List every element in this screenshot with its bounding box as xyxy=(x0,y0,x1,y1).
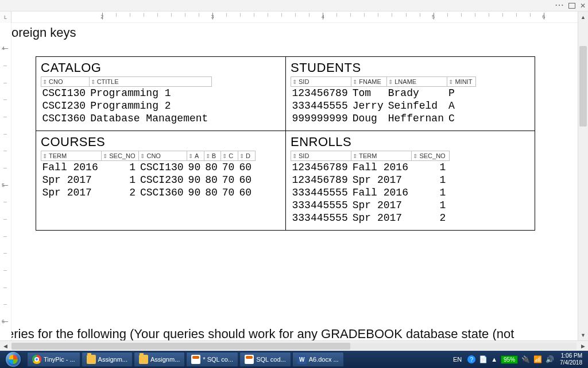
cell: CSCI130 xyxy=(139,161,187,174)
cell: 333445555 xyxy=(291,99,351,112)
col-header[interactable]: ⇕A xyxy=(187,151,204,161)
cell: Spr 2017 xyxy=(351,174,412,186)
language-indicator[interactable]: EN xyxy=(451,355,464,364)
cell: 80 xyxy=(204,174,221,186)
network-icon[interactable]: 📶 xyxy=(533,355,542,363)
table-title-students: STUDENTS xyxy=(291,60,530,75)
horizontal-scrollbar[interactable]: ◀ ▶ xyxy=(0,340,588,351)
cell: A xyxy=(447,99,476,112)
cell: Tom xyxy=(351,87,387,100)
table-title-catalog: CATALOG xyxy=(41,60,281,75)
cell: CSCI230 xyxy=(41,99,90,112)
taskbar-item-label: Assignm... xyxy=(98,356,127,363)
table-title-enrolls: ENROLLS xyxy=(291,135,530,150)
vscroll-thumb[interactable] xyxy=(579,46,587,126)
help-icon[interactable]: ? xyxy=(467,355,475,363)
cell-students: STUDENTS ⇕SID⇕FNAME⇕LNAME⇕MINIT123456789… xyxy=(285,57,535,131)
taskbar-item[interactable]: WA6.docx ... xyxy=(292,352,344,367)
cell: 90 xyxy=(187,174,204,186)
cell: 1 xyxy=(412,186,449,199)
table-row: CSCI130Programming 1 xyxy=(41,87,212,100)
vertical-scrollbar[interactable]: ▼ xyxy=(578,23,588,340)
cell: Spr 2017 xyxy=(41,174,102,186)
cell: Spr 2017 xyxy=(351,212,412,224)
cell: 60 xyxy=(238,161,255,174)
cell: Brady xyxy=(387,87,447,100)
power-icon[interactable]: 🔌 xyxy=(521,355,530,363)
cell: 2 xyxy=(412,212,449,224)
col-header[interactable]: ⇕CNO xyxy=(41,77,90,87)
system-tray: EN ? 📄 ▲ 95% 🔌 📶 🔊 1:06 PM 7/4/2018 xyxy=(447,351,588,368)
col-header[interactable]: ⇕MINIT xyxy=(447,77,476,87)
col-header[interactable]: ⇕TERM xyxy=(351,151,412,161)
windows-orb-icon xyxy=(6,352,21,367)
col-header[interactable]: ⇕TERM xyxy=(41,151,102,161)
scroll-down-button[interactable]: ▼ xyxy=(578,330,588,340)
cell: 123456789 xyxy=(291,161,351,174)
volume-icon[interactable]: 🔊 xyxy=(546,355,554,363)
col-header[interactable]: ⇕SEC_NO xyxy=(412,151,449,161)
cell: 80 xyxy=(204,186,221,199)
taskbar-item[interactable]: Assignm... xyxy=(134,352,185,367)
taskbar-item[interactable]: TinyPic - ... xyxy=(27,352,80,367)
cell: Spr 2017 xyxy=(351,199,412,212)
col-header[interactable]: ⇕SID xyxy=(291,77,351,87)
app-titlebar xyxy=(0,0,588,12)
taskbar-item[interactable]: SQL cod... xyxy=(239,352,291,367)
table-row: 123456789TomBradyP xyxy=(291,87,476,100)
taskbar-item[interactable]: * SQL co... xyxy=(186,352,238,367)
word-icon: W xyxy=(297,355,307,364)
taskbar-item-label: A6.docx ... xyxy=(309,356,339,363)
close-icon[interactable] xyxy=(580,2,586,10)
cell: CSCI360 xyxy=(41,112,90,125)
cell: C xyxy=(447,112,476,125)
cell: Database Management xyxy=(89,112,211,125)
col-header[interactable]: ⇕SID xyxy=(291,151,351,161)
scroll-up-button[interactable]: ▲ xyxy=(578,12,588,23)
cell-catalog: CATALOG ⇕CNO⇕CTITLECSCI130Programming 1C… xyxy=(36,57,285,131)
taskbar-item[interactable]: Assignm... xyxy=(82,352,133,367)
table-row: CSCI230Programming 2 xyxy=(41,99,212,112)
col-header[interactable]: ⇕B xyxy=(204,151,221,161)
clock[interactable]: 1:06 PM 7/4/2018 xyxy=(558,351,585,367)
sql-icon xyxy=(245,355,254,364)
tray-page-icon[interactable]: 📄 xyxy=(479,355,488,363)
table-catalog: ⇕CNO⇕CTITLECSCI130Programming 1CSCI230Pr… xyxy=(41,76,212,125)
cell: 1 xyxy=(102,161,139,174)
col-header[interactable]: ⇕FNAME xyxy=(351,77,387,87)
table-row: Fall 20161CSCI13090807060 xyxy=(41,161,256,174)
tray-chevron-icon[interactable]: ▲ xyxy=(491,356,497,363)
taskbar-item-label: TinyPic - ... xyxy=(44,356,75,363)
battery-indicator[interactable]: 95% xyxy=(501,355,518,364)
clock-date: 7/4/2018 xyxy=(560,359,582,366)
taskbar-item-label: * SQL co... xyxy=(203,356,233,363)
cell: 1 xyxy=(412,174,449,186)
cell: 333445555 xyxy=(291,186,351,199)
horizontal-ruler: L 23456 ▲ xyxy=(0,12,588,23)
folder-icon xyxy=(139,355,148,364)
col-header[interactable]: ⇕CTITLE xyxy=(89,77,211,87)
cell: 123456789 xyxy=(291,87,351,100)
cell: 90 xyxy=(187,186,204,199)
cell: P xyxy=(447,87,476,100)
vertical-ruler: 456 xyxy=(0,23,11,340)
col-header[interactable]: ⇕C xyxy=(221,151,238,161)
col-header[interactable]: ⇕LNAME xyxy=(387,77,447,87)
cell: 999999999 xyxy=(291,112,351,125)
cell: 333445555 xyxy=(291,212,351,224)
scroll-left-button[interactable]: ◀ xyxy=(0,343,10,349)
col-header[interactable]: ⇕SEC_NO xyxy=(102,151,139,161)
cell: Jerry xyxy=(351,99,387,112)
hscroll-track[interactable] xyxy=(11,343,577,350)
more-icon[interactable] xyxy=(555,2,564,10)
table-row: Spr 20171CSCI23090807060 xyxy=(41,174,256,186)
cell: 1 xyxy=(102,174,139,186)
start-button[interactable] xyxy=(0,351,26,368)
hscroll-thumb[interactable] xyxy=(11,343,350,350)
text-fragment-bottom: eries for the following (Your queries sh… xyxy=(11,327,514,340)
col-header[interactable]: ⇕D xyxy=(238,151,255,161)
col-header[interactable]: ⇕CNO xyxy=(139,151,187,161)
table-row: Spr 20172CSCI36090807060 xyxy=(41,186,256,199)
scroll-right-button[interactable]: ▶ xyxy=(578,343,588,349)
restore-icon[interactable] xyxy=(568,3,575,9)
